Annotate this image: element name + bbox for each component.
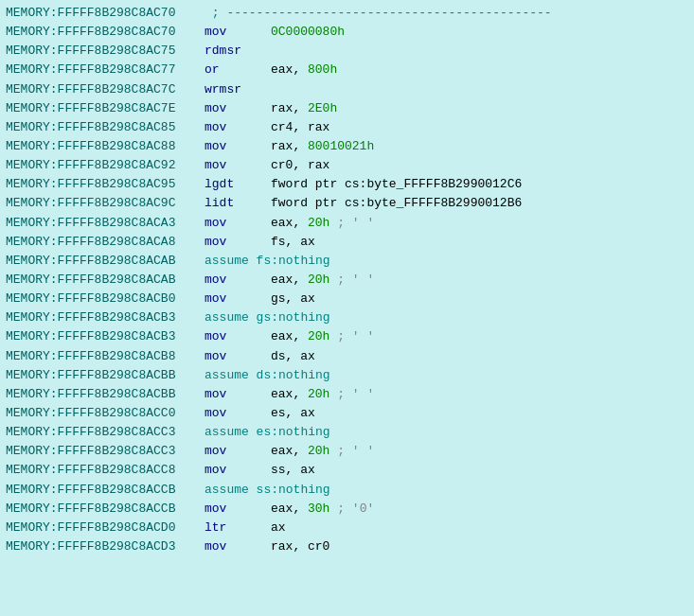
address: MEMORY:FFFFF8B298C8AC75 bbox=[6, 42, 205, 61]
address: MEMORY:FFFFF8B298C8ACD3 bbox=[6, 537, 205, 556]
code-line: MEMORY:FFFFF8B298C8ACC8movss, ax bbox=[6, 461, 688, 480]
operand: eax, 20h ; ' ' bbox=[271, 214, 374, 233]
address: MEMORY:FFFFF8B298C8AC70 bbox=[6, 23, 205, 42]
mnemonic: mov bbox=[205, 404, 271, 423]
code-line: MEMORY:FFFFF8B298C8ACC0moves, ax bbox=[6, 404, 688, 423]
hex-value: 20h bbox=[308, 387, 329, 401]
address: MEMORY:FFFFF8B298C8AC7E bbox=[6, 99, 205, 118]
mnemonic: wrmsr bbox=[205, 80, 271, 99]
operand: eax, 20h ; ' ' bbox=[271, 271, 374, 290]
code-line: MEMORY:FFFFF8B298C8ACD3movrax, cr0 bbox=[6, 537, 688, 556]
code-line: MEMORY:FFFFF8B298C8ACBBassume ds:nothing bbox=[6, 366, 688, 385]
hex-value: 80010021h bbox=[308, 139, 374, 153]
mnemonic: mov bbox=[205, 442, 271, 461]
mnemonic: mov bbox=[205, 271, 271, 290]
mnemonic: mov bbox=[205, 23, 271, 42]
assume-keyword: assume gs:nothing bbox=[205, 308, 330, 327]
code-line: MEMORY:FFFFF8B298C8ACCBassume ss:nothing bbox=[6, 481, 688, 500]
code-line: MEMORY:FFFFF8B298C8AC75rdmsr bbox=[6, 42, 688, 61]
address: MEMORY:FFFFF8B298C8AC9C bbox=[6, 194, 205, 213]
operand: rax, cr0 bbox=[271, 537, 329, 556]
hex-value: 800h bbox=[308, 62, 337, 77]
operand: 0C0000080h bbox=[271, 23, 345, 42]
code-line: MEMORY:FFFFF8B298C8AC85movcr4, rax bbox=[6, 118, 688, 137]
hex-value: 0C0000080h bbox=[271, 25, 345, 39]
code-line: MEMORY:FFFFF8B298C8AC7Cwrmsr bbox=[6, 80, 688, 99]
address: MEMORY:FFFFF8B298C8ACCB bbox=[6, 481, 205, 500]
operand: es, ax bbox=[271, 404, 315, 423]
code-line: MEMORY:FFFFF8B298C8AC9Clidtfword ptr cs:… bbox=[6, 194, 688, 213]
operand: fword ptr cs:byte_FFFFF8B2990012C6 bbox=[271, 175, 522, 194]
assume-keyword: assume ds:nothing bbox=[205, 366, 330, 385]
address: MEMORY:FFFFF8B298C8AC7C bbox=[6, 80, 205, 99]
address: MEMORY:FFFFF8B298C8ACAB bbox=[6, 252, 205, 271]
mnemonic: mov bbox=[205, 233, 271, 252]
code-line: MEMORY:FFFFF8B298C8AC88movrax, 80010021h bbox=[6, 137, 688, 156]
operand: eax, 20h ; ' ' bbox=[271, 327, 374, 346]
operand: cr4, rax bbox=[271, 118, 329, 137]
mnemonic: mov bbox=[205, 347, 271, 366]
code-line: MEMORY:FFFFF8B298C8ACC3assume es:nothing bbox=[6, 423, 688, 442]
hex-value: 2E0h bbox=[308, 101, 337, 115]
address: MEMORY:FFFFF8B298C8ACBB bbox=[6, 366, 205, 385]
mnemonic: mov bbox=[205, 537, 271, 556]
address: MEMORY:FFFFF8B298C8ACA3 bbox=[6, 214, 205, 233]
address: MEMORY:FFFFF8B298C8ACC3 bbox=[6, 442, 205, 461]
disassembly-view: MEMORY:FFFFF8B298C8AC70 ; --------------… bbox=[6, 4, 688, 556]
operand: eax, 20h ; ' ' bbox=[271, 442, 374, 461]
comment: ; ' ' bbox=[329, 329, 374, 343]
code-line: MEMORY:FFFFF8B298C8ACBBmoveax, 20h ; ' ' bbox=[6, 385, 688, 404]
mnemonic: mov bbox=[205, 327, 271, 346]
operand: eax, 800h bbox=[271, 61, 337, 79]
address: MEMORY:FFFFF8B298C8ACA8 bbox=[6, 233, 205, 252]
address: MEMORY:FFFFF8B298C8AC70 bbox=[6, 4, 205, 23]
code-line: MEMORY:FFFFF8B298C8ACD0ltrax bbox=[6, 519, 688, 537]
operand: eax, 30h ; '0' bbox=[271, 500, 374, 519]
comment: ; ' ' bbox=[329, 387, 374, 401]
comment: ; '0' bbox=[329, 502, 374, 516]
mnemonic: mov bbox=[205, 385, 271, 404]
code-line: MEMORY:FFFFF8B298C8ACB3moveax, 20h ; ' ' bbox=[6, 327, 688, 346]
mnemonic: mov bbox=[205, 500, 271, 519]
address: MEMORY:FFFFF8B298C8ACC8 bbox=[6, 461, 205, 480]
mnemonic: mov bbox=[205, 99, 271, 118]
code-line: MEMORY:FFFFF8B298C8ACB3assume gs:nothing bbox=[6, 308, 688, 327]
mnemonic: mov bbox=[205, 156, 271, 175]
hex-value: 30h bbox=[308, 502, 329, 516]
address: MEMORY:FFFFF8B298C8AC85 bbox=[6, 118, 205, 137]
mnemonic: mov bbox=[205, 137, 271, 156]
assume-keyword: assume fs:nothing bbox=[205, 252, 330, 271]
operand: cr0, rax bbox=[271, 156, 329, 175]
hex-value: 20h bbox=[308, 444, 329, 458]
address: MEMORY:FFFFF8B298C8ACB3 bbox=[6, 327, 205, 346]
mnemonic: mov bbox=[205, 118, 271, 137]
address: MEMORY:FFFFF8B298C8ACC3 bbox=[6, 423, 205, 442]
mnemonic: rdmsr bbox=[205, 42, 271, 61]
mnemonic: ltr bbox=[205, 519, 271, 537]
address: MEMORY:FFFFF8B298C8ACB8 bbox=[6, 347, 205, 366]
hex-value: 20h bbox=[308, 329, 329, 343]
operand: gs, ax bbox=[271, 290, 315, 308]
code-line: MEMORY:FFFFF8B298C8AC95lgdtfword ptr cs:… bbox=[6, 175, 688, 194]
address: MEMORY:FFFFF8B298C8AC88 bbox=[6, 137, 205, 156]
operand: eax, 20h ; ' ' bbox=[271, 385, 374, 404]
hex-value: 20h bbox=[308, 216, 329, 230]
operand: ax bbox=[271, 519, 286, 537]
operand: rax, 2E0h bbox=[271, 99, 337, 118]
address: MEMORY:FFFFF8B298C8ACBB bbox=[6, 385, 205, 404]
address: MEMORY:FFFFF8B298C8AC95 bbox=[6, 175, 205, 194]
code-line: MEMORY:FFFFF8B298C8ACABassume fs:nothing bbox=[6, 252, 688, 271]
assume-keyword: assume ss:nothing bbox=[205, 481, 330, 500]
address: MEMORY:FFFFF8B298C8ACB3 bbox=[6, 308, 205, 327]
operand: ds, ax bbox=[271, 347, 315, 366]
code-line: MEMORY:FFFFF8B298C8ACA3moveax, 20h ; ' ' bbox=[6, 214, 688, 233]
code-line: MEMORY:FFFFF8B298C8AC77oreax, 800h bbox=[6, 61, 688, 79]
operand: fword ptr cs:byte_FFFFF8B2990012B6 bbox=[271, 194, 522, 213]
mnemonic: lidt bbox=[205, 194, 271, 213]
mnemonic: mov bbox=[205, 290, 271, 308]
comment: ; ' ' bbox=[329, 273, 374, 287]
code-line: MEMORY:FFFFF8B298C8AC92movcr0, rax bbox=[6, 156, 688, 175]
comment: ; ' ' bbox=[329, 216, 374, 230]
address: MEMORY:FFFFF8B298C8AC92 bbox=[6, 156, 205, 175]
address: MEMORY:FFFFF8B298C8ACAB bbox=[6, 271, 205, 290]
